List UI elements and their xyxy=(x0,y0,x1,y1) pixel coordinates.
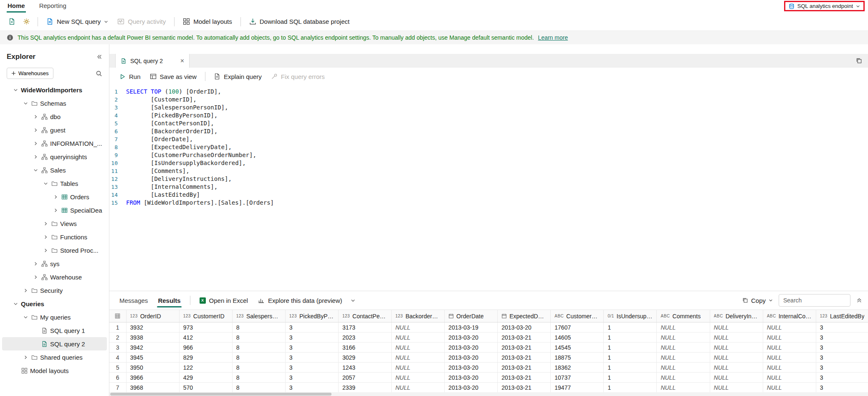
chevron-right-icon[interactable] xyxy=(21,355,30,360)
cell[interactable]: 829 xyxy=(179,353,232,363)
save-as-view-button[interactable]: Save as view xyxy=(146,70,201,83)
cell[interactable]: 3 xyxy=(816,383,868,393)
cell[interactable]: NULL xyxy=(392,333,445,343)
scrollbar-thumb[interactable] xyxy=(110,393,332,396)
run-button[interactable]: Run xyxy=(115,70,145,83)
query-tab[interactable]: SQL query 2 × xyxy=(115,54,190,68)
column-header-expecteddeliv[interactable]: ExpectedDeliv... xyxy=(498,310,551,322)
cell[interactable]: 3029 xyxy=(338,353,391,363)
chevron-down-icon[interactable] xyxy=(351,298,355,303)
cell[interactable]: 973 xyxy=(179,322,232,333)
tab-messages[interactable]: Messages xyxy=(115,291,152,310)
tab-reporting[interactable]: Reporting xyxy=(38,0,67,13)
cell[interactable]: 3 xyxy=(816,322,868,333)
column-header-comments[interactable]: ABCComments xyxy=(657,310,710,322)
cell[interactable]: 8 xyxy=(232,353,285,363)
column-header-backorderord[interactable]: 123BackorderOrd... xyxy=(392,310,445,322)
cell[interactable]: 3 xyxy=(816,363,868,373)
cell[interactable]: 2023 xyxy=(338,333,391,343)
cell[interactable]: NULL xyxy=(657,322,710,333)
column-header-customerpurc[interactable]: ABCCustomerPurc... xyxy=(551,310,604,322)
tree-item-sales[interactable]: Sales xyxy=(2,163,107,177)
chevron-right-icon[interactable] xyxy=(41,248,50,253)
cell[interactable]: 1 xyxy=(604,363,657,373)
row-number[interactable]: 4 xyxy=(109,353,126,363)
chevron-down-icon[interactable] xyxy=(41,181,50,186)
cell[interactable]: 3968 xyxy=(126,383,179,393)
cell[interactable]: NULL xyxy=(392,373,445,383)
cell[interactable]: 3 xyxy=(285,322,338,333)
open-in-excel-button[interactable]: X Open in Excel xyxy=(195,297,252,304)
cell[interactable]: 3 xyxy=(816,333,868,343)
tree-item-specialdea[interactable]: SpecialDea xyxy=(2,203,107,217)
tree-item-views[interactable]: Views xyxy=(2,217,107,230)
chevron-right-icon[interactable] xyxy=(41,235,50,239)
row-number[interactable]: 1 xyxy=(109,322,126,333)
column-header-salespersonpe[interactable]: 123SalespersonPe... xyxy=(232,310,285,322)
cell[interactable]: 3 xyxy=(285,353,338,363)
tree-item-sql-query-1[interactable]: SQL query 1 xyxy=(2,324,107,337)
cell[interactable]: NULL xyxy=(763,383,816,393)
row-number[interactable]: 3 xyxy=(109,343,126,353)
copy-button[interactable]: Copy xyxy=(742,297,773,304)
cell[interactable]: NULL xyxy=(657,363,710,373)
cell[interactable]: NULL xyxy=(710,383,763,393)
tree-item-sql-query-2[interactable]: SQL query 2 xyxy=(2,337,107,350)
explore-data-button[interactable]: Explore this data (preview) xyxy=(254,297,347,304)
cell[interactable]: 2013-03-20 xyxy=(445,343,498,353)
cell[interactable]: NULL xyxy=(763,353,816,363)
cell[interactable]: 3 xyxy=(816,373,868,383)
column-header-orderdate[interactable]: OrderDate xyxy=(445,310,498,322)
cell[interactable]: NULL xyxy=(392,322,445,333)
cell[interactable]: 570 xyxy=(179,383,232,393)
cell[interactable]: 2013-03-20 xyxy=(445,333,498,343)
cell[interactable]: 2013-03-20 xyxy=(445,363,498,373)
tree-item-stored-proc[interactable]: Stored Proc... xyxy=(2,244,107,257)
cell[interactable]: 17607 xyxy=(551,322,604,333)
row-number[interactable]: 6 xyxy=(109,373,126,383)
tree-item-shared-queries[interactable]: Shared queries xyxy=(2,350,107,364)
column-header-customerid[interactable]: 123CustomerID xyxy=(179,310,232,322)
cell[interactable]: 3 xyxy=(285,383,338,393)
cell[interactable]: 3 xyxy=(285,373,338,383)
cell[interactable]: 3 xyxy=(285,363,338,373)
row-number[interactable]: 5 xyxy=(109,363,126,373)
cell[interactable]: 2013-03-20 xyxy=(445,353,498,363)
chevron-right-icon[interactable] xyxy=(31,261,40,266)
cell[interactable]: 2013-03-21 xyxy=(498,383,551,393)
column-header-internalcomm[interactable]: ABCInternalComm... xyxy=(763,310,816,322)
cell[interactable]: 3966 xyxy=(126,373,179,383)
warehouses-button[interactable]: Warehouses xyxy=(7,68,53,79)
cell[interactable]: 3950 xyxy=(126,363,179,373)
cell[interactable]: 8 xyxy=(232,383,285,393)
cell[interactable]: NULL xyxy=(657,343,710,353)
cell[interactable]: 8 xyxy=(232,363,285,373)
cell[interactable]: NULL xyxy=(392,343,445,353)
cell[interactable]: 2013-03-21 xyxy=(498,363,551,373)
cell[interactable]: NULL xyxy=(657,333,710,343)
tree-item-sys[interactable]: sys xyxy=(2,257,107,270)
cell[interactable]: 8 xyxy=(232,373,285,383)
tab-results[interactable]: Results xyxy=(154,291,185,310)
cell[interactable]: NULL xyxy=(763,333,816,343)
chevron-right-icon[interactable] xyxy=(31,141,40,146)
cell[interactable]: NULL xyxy=(763,373,816,383)
cell[interactable]: 14545 xyxy=(551,343,604,353)
cell[interactable]: NULL xyxy=(392,383,445,393)
cell[interactable]: 3945 xyxy=(126,353,179,363)
collapse-results-icon[interactable] xyxy=(856,297,862,303)
cell[interactable]: 2013-03-21 xyxy=(498,373,551,383)
cell[interactable]: NULL xyxy=(710,333,763,343)
cell[interactable]: 10737 xyxy=(551,373,604,383)
cell[interactable]: 19477 xyxy=(551,383,604,393)
cell[interactable]: 2013-03-20 xyxy=(445,383,498,393)
chevron-down-icon[interactable] xyxy=(11,88,20,92)
cell[interactable]: 3166 xyxy=(338,343,391,353)
cell[interactable]: 3 xyxy=(285,333,338,343)
endpoint-selector[interactable]: SQL analytics endpoint xyxy=(784,1,865,11)
search-input[interactable] xyxy=(779,294,850,307)
tree-item-queries[interactable]: Queries xyxy=(2,297,107,310)
cell[interactable]: 3938 xyxy=(126,333,179,343)
cell[interactable]: NULL xyxy=(763,363,816,373)
cell[interactable]: 2013-03-20 xyxy=(445,373,498,383)
